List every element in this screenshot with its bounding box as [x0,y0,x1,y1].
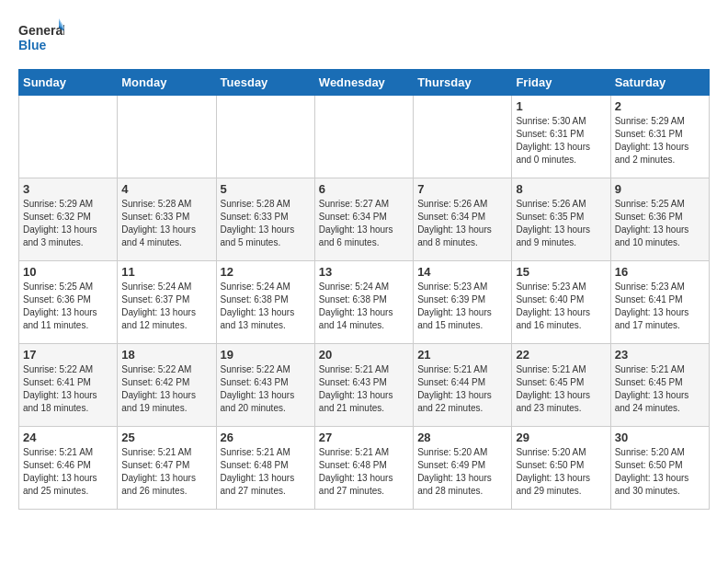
calendar-cell: 22Sunrise: 5:21 AMSunset: 6:45 PMDayligh… [512,344,610,427]
calendar-cell [414,96,512,178]
calendar-cell: 9Sunrise: 5:25 AMSunset: 6:36 PMDaylight… [610,178,709,261]
day-number: 1 [516,99,606,113]
calendar-week-2: 3Sunrise: 5:29 AMSunset: 6:32 PMDaylight… [19,178,710,261]
calendar-cell: 16Sunrise: 5:23 AMSunset: 6:41 PMDayligh… [610,261,709,344]
calendar-cell [314,96,413,178]
calendar-cell: 12Sunrise: 5:24 AMSunset: 6:38 PMDayligh… [216,261,314,344]
calendar-cell: 26Sunrise: 5:21 AMSunset: 6:48 PMDayligh… [216,427,314,510]
day-number: 16 [615,265,705,279]
day-number: 19 [221,348,311,362]
day-info: Sunrise: 5:29 AMSunset: 6:32 PMDaylight:… [23,198,113,249]
day-number: 10 [23,265,113,279]
logo: General Blue [18,18,64,60]
day-number: 11 [121,265,211,279]
calendar-cell: 29Sunrise: 5:20 AMSunset: 6:50 PMDayligh… [512,427,610,510]
calendar-cell [216,96,314,178]
day-info: Sunrise: 5:21 AMSunset: 6:44 PMDaylight:… [417,363,507,415]
day-number: 6 [319,182,409,196]
day-info: Sunrise: 5:25 AMSunset: 6:36 PMDaylight:… [23,281,113,332]
day-info: Sunrise: 5:30 AMSunset: 6:31 PMDaylight:… [516,115,606,167]
day-info: Sunrise: 5:25 AMSunset: 6:36 PMDaylight:… [615,198,705,249]
day-info: Sunrise: 5:24 AMSunset: 6:38 PMDaylight:… [319,281,409,332]
day-info: Sunrise: 5:28 AMSunset: 6:33 PMDaylight:… [121,198,211,249]
day-number: 4 [121,182,211,196]
weekday-header-sunday: Sunday [19,70,118,96]
day-info: Sunrise: 5:20 AMSunset: 6:50 PMDaylight:… [516,446,606,498]
calendar-cell: 11Sunrise: 5:24 AMSunset: 6:37 PMDayligh… [118,261,216,344]
day-number: 24 [23,431,113,444]
day-info: Sunrise: 5:24 AMSunset: 6:37 PMDaylight:… [121,281,211,332]
day-number: 2 [615,99,705,113]
weekday-header-monday: Monday [118,70,216,96]
day-info: Sunrise: 5:22 AMSunset: 6:43 PMDaylight:… [221,363,311,415]
calendar-cell: 30Sunrise: 5:20 AMSunset: 6:50 PMDayligh… [610,427,709,510]
weekday-header-tuesday: Tuesday [216,70,314,96]
calendar-cell: 28Sunrise: 5:20 AMSunset: 6:49 PMDayligh… [414,427,512,510]
day-info: Sunrise: 5:24 AMSunset: 6:38 PMDaylight:… [221,281,311,332]
calendar-cell: 5Sunrise: 5:28 AMSunset: 6:33 PMDaylight… [216,178,314,261]
calendar-week-4: 17Sunrise: 5:22 AMSunset: 6:41 PMDayligh… [19,344,710,427]
svg-text:Blue: Blue [18,38,47,52]
day-number: 17 [23,348,113,362]
calendar-cell: 13Sunrise: 5:24 AMSunset: 6:38 PMDayligh… [314,261,413,344]
calendar-cell: 20Sunrise: 5:21 AMSunset: 6:43 PMDayligh… [314,344,413,427]
calendar-cell: 1Sunrise: 5:30 AMSunset: 6:31 PMDaylight… [512,96,610,178]
calendar-cell: 18Sunrise: 5:22 AMSunset: 6:42 PMDayligh… [118,344,216,427]
day-number: 29 [516,431,606,444]
calendar-cell: 19Sunrise: 5:22 AMSunset: 6:43 PMDayligh… [216,344,314,427]
calendar-cell: 10Sunrise: 5:25 AMSunset: 6:36 PMDayligh… [19,261,118,344]
day-number: 18 [121,348,211,362]
day-number: 25 [121,431,211,444]
day-number: 13 [319,265,409,279]
day-number: 5 [221,182,311,196]
calendar-cell: 4Sunrise: 5:28 AMSunset: 6:33 PMDaylight… [118,178,216,261]
calendar-cell: 6Sunrise: 5:27 AMSunset: 6:34 PMDaylight… [314,178,413,261]
page-header: General Blue [18,18,710,60]
calendar-week-3: 10Sunrise: 5:25 AMSunset: 6:36 PMDayligh… [19,261,710,344]
day-info: Sunrise: 5:21 AMSunset: 6:48 PMDaylight:… [221,446,311,498]
calendar-cell: 17Sunrise: 5:22 AMSunset: 6:41 PMDayligh… [19,344,118,427]
calendar-cell: 21Sunrise: 5:21 AMSunset: 6:44 PMDayligh… [414,344,512,427]
day-info: Sunrise: 5:20 AMSunset: 6:49 PMDaylight:… [417,446,507,498]
calendar-cell: 25Sunrise: 5:21 AMSunset: 6:47 PMDayligh… [118,427,216,510]
day-number: 28 [417,431,507,444]
svg-text:General: General [18,23,64,38]
day-info: Sunrise: 5:21 AMSunset: 6:47 PMDaylight:… [121,446,211,498]
calendar-cell [19,96,118,178]
day-number: 30 [615,431,705,444]
day-info: Sunrise: 5:22 AMSunset: 6:42 PMDaylight:… [121,363,211,415]
day-number: 14 [417,265,507,279]
day-number: 23 [615,348,705,362]
day-info: Sunrise: 5:21 AMSunset: 6:48 PMDaylight:… [319,446,409,498]
calendar-cell: 23Sunrise: 5:21 AMSunset: 6:45 PMDayligh… [610,344,709,427]
day-number: 9 [615,182,705,196]
logo-svg: General Blue [18,18,64,60]
day-info: Sunrise: 5:22 AMSunset: 6:41 PMDaylight:… [23,363,113,415]
day-number: 26 [221,431,311,444]
calendar-cell: 3Sunrise: 5:29 AMSunset: 6:32 PMDaylight… [19,178,118,261]
day-info: Sunrise: 5:28 AMSunset: 6:33 PMDaylight:… [221,198,311,249]
day-number: 22 [516,348,606,362]
calendar-cell: 24Sunrise: 5:21 AMSunset: 6:46 PMDayligh… [19,427,118,510]
day-info: Sunrise: 5:21 AMSunset: 6:45 PMDaylight:… [615,363,705,415]
weekday-header-friday: Friday [512,70,610,96]
day-info: Sunrise: 5:23 AMSunset: 6:39 PMDaylight:… [417,281,507,332]
day-info: Sunrise: 5:29 AMSunset: 6:31 PMDaylight:… [615,115,705,167]
day-info: Sunrise: 5:21 AMSunset: 6:46 PMDaylight:… [23,446,113,498]
day-info: Sunrise: 5:21 AMSunset: 6:45 PMDaylight:… [516,363,606,415]
calendar-header-row: SundayMondayTuesdayWednesdayThursdayFrid… [19,70,710,96]
day-number: 12 [221,265,311,279]
calendar-table: SundayMondayTuesdayWednesdayThursdayFrid… [18,69,710,510]
weekday-header-wednesday: Wednesday [314,70,413,96]
day-number: 15 [516,265,606,279]
day-number: 21 [417,348,507,362]
calendar-cell [118,96,216,178]
day-number: 3 [23,182,113,196]
calendar-week-5: 24Sunrise: 5:21 AMSunset: 6:46 PMDayligh… [19,427,710,510]
day-info: Sunrise: 5:20 AMSunset: 6:50 PMDaylight:… [615,446,705,498]
calendar-week-1: 1Sunrise: 5:30 AMSunset: 6:31 PMDaylight… [19,96,710,178]
day-number: 8 [516,182,606,196]
calendar-cell: 8Sunrise: 5:26 AMSunset: 6:35 PMDaylight… [512,178,610,261]
day-info: Sunrise: 5:23 AMSunset: 6:41 PMDaylight:… [615,281,705,332]
calendar-cell: 15Sunrise: 5:23 AMSunset: 6:40 PMDayligh… [512,261,610,344]
